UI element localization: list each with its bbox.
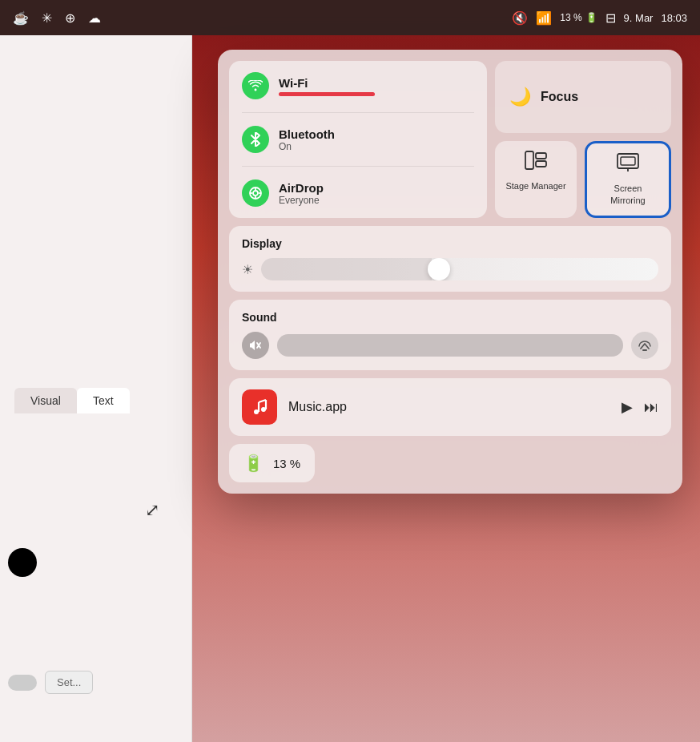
sidebar-circle-element (8, 548, 37, 577)
brightness-row: ☀ (242, 258, 658, 280)
svg-line-20 (259, 400, 266, 402)
airdrop-icon (242, 179, 269, 207)
display-section: Display ☀ (229, 226, 671, 292)
mute-sound-icon (242, 332, 269, 359)
screen-mirroring-tile[interactable]: ScreenMirroring (585, 141, 671, 218)
sound-title: Sound (242, 311, 658, 324)
wifi-item[interactable]: Wi-Fi (242, 72, 474, 99)
battery-section: 🔋 13 % (229, 444, 315, 482)
stage-manager-label: Stage Manager (505, 180, 565, 192)
expand-icon[interactable]: ⤢ (145, 500, 159, 521)
focus-tile[interactable]: 🌙 Focus (495, 61, 671, 133)
airdrop-item[interactable]: AirDrop Everyone (242, 179, 474, 207)
airplay-button[interactable] (631, 332, 658, 359)
svg-rect-8 (536, 161, 546, 167)
brightness-fill (261, 258, 432, 280)
cc-top-row: Wi-Fi Bluetooth On (229, 61, 671, 218)
brightness-thumb (428, 258, 450, 280)
cc-right-column: 🌙 Focus Stage Manager (495, 61, 671, 218)
music-controls: ▶ ⏭ (622, 398, 658, 416)
divider-1 (242, 112, 474, 113)
display-title: Display (242, 237, 658, 250)
battery-label: 13 % (273, 457, 300, 470)
connectivity-tile: Wi-Fi Bluetooth On (229, 61, 487, 218)
brightness-slider[interactable] (261, 258, 658, 280)
brightness-icon: ☀ (242, 262, 253, 277)
sidebar-bottom-row: Set... (8, 671, 93, 694)
tab-visual[interactable]: Visual (14, 388, 77, 413)
mute-icon[interactable]: 🔇 (512, 10, 528, 26)
sound-row (242, 332, 658, 359)
set-button[interactable]: Set... (45, 671, 93, 694)
music-app-icon (242, 389, 277, 425)
wifi-bar (279, 92, 375, 96)
coffee-icon[interactable]: ☕ (13, 10, 29, 26)
svg-rect-15 (642, 349, 647, 351)
menu-time: 18:03 (661, 12, 687, 24)
bottom-row: 🔋 13 % (229, 444, 671, 482)
menubar: ☕ ✳ ⊕ ☁ 🔇 📶 13 % 🔋 ⊟ 9. Mar 18:03 (0, 0, 700, 35)
bluetooth-item[interactable]: Bluetooth On (242, 126, 474, 153)
svg-rect-10 (621, 157, 635, 165)
bluetooth-sub: On (279, 141, 335, 152)
battery-icon: 🔋 (585, 12, 597, 23)
tab-text[interactable]: Text (77, 388, 130, 413)
battery-display: 13 % 🔋 (560, 12, 597, 23)
stage-manager-icon (525, 151, 547, 175)
wifi-label: Wi-Fi (279, 76, 375, 90)
community-icon[interactable]: ⊕ (65, 10, 75, 26)
stage-manager-tile[interactable]: Stage Manager (495, 141, 577, 218)
screen-mirroring-label: ScreenMirroring (610, 183, 645, 206)
svg-rect-7 (536, 153, 546, 159)
svg-rect-6 (525, 151, 533, 169)
svg-point-1 (253, 191, 258, 196)
battery-status-icon: 🔋 (243, 454, 264, 473)
menubar-left: ☕ ✳ ⊕ ☁ (13, 10, 101, 26)
screen-mirroring-icon (617, 153, 639, 178)
bluetooth-label: Bluetooth (279, 127, 335, 141)
divider-2 (242, 166, 474, 167)
bluetooth-icon (242, 126, 269, 153)
menubar-right: 🔇 📶 13 % 🔋 ⊟ 9. Mar 18:03 (512, 10, 687, 26)
airdrop-text: AirDrop Everyone (279, 181, 324, 206)
airdrop-sub: Everyone (279, 195, 324, 206)
sound-section: Sound (229, 300, 671, 370)
bluetooth-text: Bluetooth On (279, 127, 335, 152)
wifi-menubar-icon[interactable]: 📶 (536, 10, 552, 26)
cloud-icon[interactable]: ☁ (88, 10, 101, 26)
volume-slider[interactable] (277, 334, 623, 357)
battery-percentage: 13 % (560, 12, 581, 23)
control-center-panel: Wi-Fi Bluetooth On (218, 50, 682, 494)
moon-icon: 🌙 (509, 87, 531, 107)
wifi-text: Wi-Fi (279, 76, 375, 96)
music-section: Music.app ▶ ⏭ (229, 378, 671, 436)
sidebar-tab-row: Visual Text (14, 388, 130, 413)
control-center-icon[interactable]: ⊟ (605, 10, 616, 26)
airdrop-label: AirDrop (279, 181, 324, 195)
play-button[interactable]: ▶ (622, 398, 633, 416)
forward-button[interactable]: ⏭ (644, 399, 658, 416)
sidebar-toggle[interactable] (8, 675, 37, 691)
asterisk-icon[interactable]: ✳ (42, 10, 52, 26)
stage-mirror-row: Stage Manager ScreenMirroring (495, 141, 671, 218)
focus-label: Focus (541, 90, 578, 104)
menu-date: 9. Mar (624, 12, 654, 24)
music-app-label: Music.app (288, 400, 610, 414)
wifi-icon (242, 72, 269, 99)
sidebar: Visual Text ⤢ Set... (0, 35, 192, 742)
